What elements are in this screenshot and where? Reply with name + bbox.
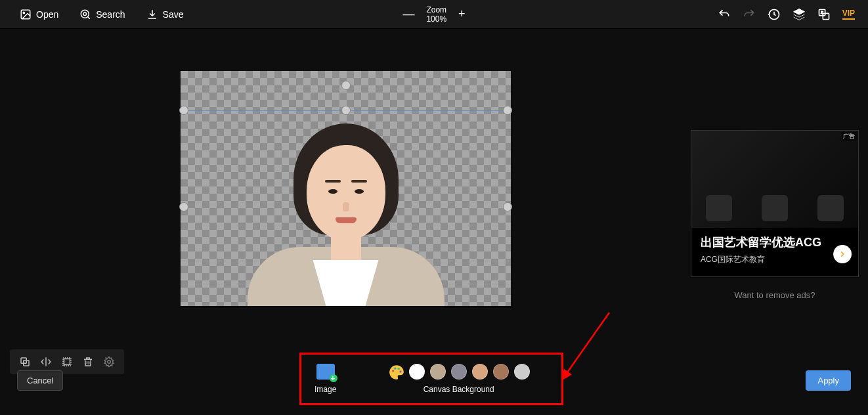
annotation-arrow <box>557 310 616 382</box>
ad-footer: 出国艺术留学优选ACG ACG国际艺术教育 <box>691 228 858 277</box>
history-button[interactable] <box>768 8 781 21</box>
zoom-control: — Zoom 100% + <box>402 5 465 24</box>
zoom-text: Zoom <box>426 5 446 14</box>
svg-point-16 <box>399 370 401 372</box>
settings-button[interactable] <box>102 355 116 369</box>
translate-button[interactable] <box>817 8 831 21</box>
cancel-button[interactable]: Cancel <box>17 370 63 391</box>
upload-bg-image-button[interactable] <box>316 364 335 380</box>
svg-point-11 <box>108 360 111 364</box>
svg-point-15 <box>397 368 399 370</box>
zoom-display[interactable]: Zoom 100% <box>426 5 446 24</box>
remove-ads-link[interactable]: Want to remove ads? <box>691 290 859 300</box>
download-icon <box>146 9 158 20</box>
svg-point-14 <box>394 367 396 369</box>
svg-point-1 <box>23 12 24 13</box>
ad-arrow-button[interactable] <box>833 245 852 263</box>
open-label: Open <box>36 9 58 20</box>
ad-subtitle: ACG国际艺术教育 <box>701 254 849 265</box>
undo-button[interactable] <box>718 8 731 21</box>
ad-body: 广告 <box>691 131 858 228</box>
svg-rect-10 <box>64 359 70 365</box>
svg-line-12 <box>566 313 609 374</box>
background-panel: Image Canvas Background <box>299 353 563 405</box>
color-swatch-0[interactable] <box>409 364 425 380</box>
zoom-value: 100% <box>426 14 446 24</box>
apply-button[interactable]: Apply <box>806 370 851 391</box>
resize-handle-left[interactable] <box>179 202 188 211</box>
canvas[interactable] <box>181 71 511 306</box>
layers-icon <box>792 8 806 21</box>
flip-horizontal-button[interactable] <box>39 355 53 369</box>
gear-icon <box>103 356 115 368</box>
color-swatch-4[interactable] <box>493 364 509 380</box>
copy-icon <box>19 356 31 368</box>
search-label: Search <box>96 9 125 20</box>
delete-button[interactable] <box>81 355 95 369</box>
history-icon <box>768 8 781 21</box>
top-toolbar-right: VIP <box>718 8 855 21</box>
resize-handle-mid-top[interactable] <box>341 106 351 115</box>
bg-canvas-label: Canvas Background <box>423 385 494 394</box>
copy-button[interactable] <box>18 355 32 369</box>
resize-handle-top[interactable] <box>341 81 351 90</box>
save-button[interactable]: Save <box>146 9 184 20</box>
portrait-image[interactable] <box>241 109 451 306</box>
color-picker-button[interactable] <box>388 364 404 380</box>
redo-icon <box>743 8 756 21</box>
swatch-row <box>388 364 530 380</box>
save-label: Save <box>163 9 184 20</box>
resize-handle-top-right[interactable] <box>503 106 512 115</box>
bg-image-column: Image <box>315 364 336 394</box>
search-button[interactable]: Search <box>79 9 125 20</box>
flip-v-icon <box>61 356 73 368</box>
redo-button[interactable] <box>743 8 756 21</box>
color-swatch-2[interactable] <box>451 364 467 380</box>
translate-icon <box>817 8 831 21</box>
top-toolbar: Open Search Save — Zoom 100% + <box>0 0 868 29</box>
color-swatch-1[interactable] <box>430 364 446 380</box>
ad-tag: 广告 <box>841 132 857 141</box>
color-swatch-3[interactable] <box>472 364 488 380</box>
palette-icon <box>388 364 405 381</box>
svg-point-3 <box>83 12 87 16</box>
ad-title: 出国艺术留学优选ACG <box>701 234 849 250</box>
resize-handle-right[interactable] <box>503 202 512 211</box>
trash-icon <box>82 356 94 368</box>
top-toolbar-left: Open Search Save <box>20 9 184 20</box>
bg-canvas-column: Canvas Background <box>369 364 548 394</box>
zoom-out-button[interactable]: — <box>402 7 414 21</box>
vip-badge[interactable]: VIP <box>842 9 855 20</box>
flip-h-icon <box>40 356 52 368</box>
layers-button[interactable] <box>792 8 806 21</box>
color-swatch-5[interactable] <box>514 364 530 380</box>
advertisement[interactable]: 广告 出国艺术留学优选ACG ACG国际艺术教育 <box>691 130 859 277</box>
search-icon <box>79 9 91 20</box>
svg-point-13 <box>392 370 394 372</box>
chevron-right-icon <box>838 250 847 259</box>
image-icon <box>20 9 32 20</box>
svg-rect-6 <box>823 13 829 19</box>
svg-point-2 <box>81 10 89 18</box>
resize-handle-top-left[interactable] <box>179 106 188 115</box>
open-button[interactable]: Open <box>20 9 58 20</box>
undo-icon <box>718 8 731 21</box>
zoom-in-button[interactable]: + <box>458 7 466 21</box>
canvas-transparent-bg <box>181 71 511 306</box>
flip-vertical-button[interactable] <box>60 355 74 369</box>
bg-image-label: Image <box>315 385 336 394</box>
